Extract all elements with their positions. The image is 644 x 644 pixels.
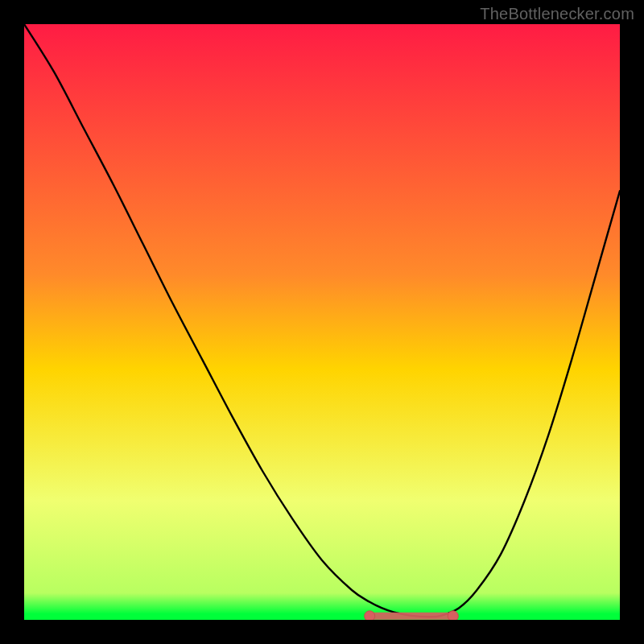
- svg-point-1: [448, 611, 458, 620]
- gradient-background: [24, 24, 620, 620]
- chart-frame: TheBottlenecker.com: [0, 0, 644, 644]
- watermark-text: TheBottlenecker.com: [480, 5, 634, 23]
- chart-svg: [24, 24, 620, 620]
- svg-point-0: [365, 611, 375, 620]
- plot-area: [24, 24, 620, 620]
